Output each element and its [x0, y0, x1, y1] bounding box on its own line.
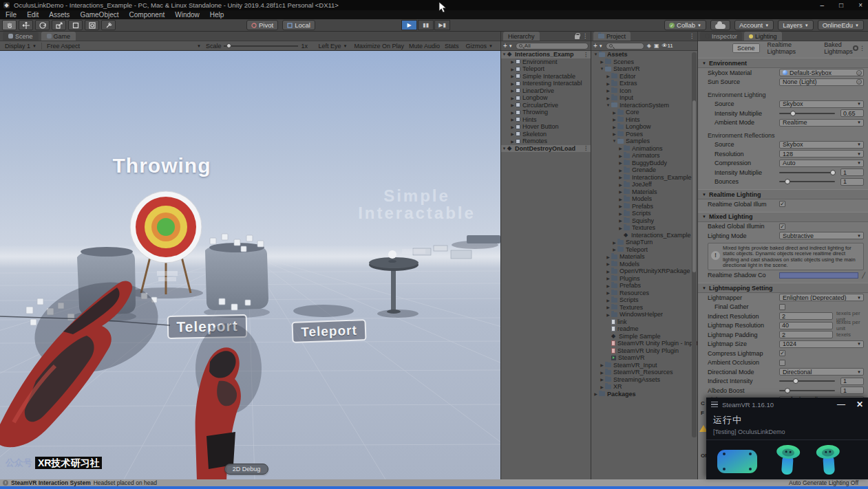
hierarchy-item-hover-button[interactable]: ▶Hover Button: [501, 123, 591, 131]
lighting-row-realtime-shadow-co[interactable]: Realtime Shadow Co╱: [698, 271, 868, 281]
checkbox[interactable]: ✓: [779, 201, 785, 207]
dropdown-field[interactable]: 128▼: [779, 150, 864, 157]
project-item-squishy[interactable]: ▶Squishy: [591, 217, 697, 225]
close-button[interactable]: ×: [858, 1, 862, 9]
project-item-hints[interactable]: ▶Hints: [591, 116, 697, 124]
object-field[interactable]: None (Light)◎: [779, 78, 864, 86]
menu-item-window[interactable]: Window: [175, 11, 200, 19]
lighting-row-resolution[interactable]: Resolution128▼: [698, 149, 868, 159]
cloud-button[interactable]: [710, 20, 730, 30]
lighting-row-lightmap-size[interactable]: Lightmap Size1024▼: [698, 340, 868, 349]
restore-button[interactable]: □: [839, 1, 843, 9]
project-item-plugins[interactable]: ▶Plugins: [591, 275, 697, 283]
foldout-arrow-icon[interactable]: ▼: [702, 286, 706, 290]
dropdown-field[interactable]: Skybox▼: [779, 100, 864, 108]
foldout-arrow-icon[interactable]: ▼: [702, 193, 706, 197]
project-scrollbar[interactable]: [692, 52, 697, 437]
dropdown-field[interactable]: Realtime▼: [779, 119, 864, 127]
rotate-tool-icon[interactable]: [35, 20, 50, 30]
mute-audio-toggle[interactable]: Mute Audio: [409, 43, 440, 50]
eyedropper-icon[interactable]: ╱: [862, 272, 865, 279]
lighting-row-lightmap-padding[interactable]: Lightmap Padding2texels: [698, 330, 868, 340]
lighting-kebab-icon[interactable]: ⋮: [859, 45, 865, 52]
tab-game[interactable]: Game: [41, 32, 76, 41]
project-item-interactions-example[interactable]: ▶Interactions_Example: [591, 174, 697, 182]
step-button[interactable]: ▶▮: [434, 20, 450, 30]
lighting-row-albedo-boost[interactable]: Albedo Boost1: [698, 386, 868, 395]
menu-item-component[interactable]: Component: [129, 11, 165, 19]
project-item-scenes[interactable]: ▶Scenes: [591, 58, 697, 66]
menu-item-help[interactable]: Help: [210, 11, 224, 19]
transform-tool-icon[interactable]: [85, 20, 99, 30]
hierarchy-item-environment[interactable]: ▶Environment: [501, 58, 591, 66]
project-item-snapturn[interactable]: ▶SnapTurn: [591, 239, 697, 246]
lighting-row-baked-global-illumin[interactable]: Baked Global Illumin✓: [698, 222, 868, 232]
project-item-scripts[interactable]: ▶Scripts: [591, 296, 697, 304]
maximize-on-play-toggle[interactable]: Maximize On Play: [354, 43, 404, 50]
pause-button[interactable]: ▮▮: [418, 20, 434, 30]
steamvr-close-button[interactable]: ✕: [856, 400, 863, 409]
menu-item-assets[interactable]: Assets: [49, 11, 70, 19]
kebab-menu-icon[interactable]: ⋮: [582, 33, 588, 39]
number-input[interactable]: 2: [779, 331, 833, 338]
color-swatch[interactable]: [779, 272, 858, 279]
lighting-row-source[interactable]: SourceSkybox▼: [698, 140, 868, 150]
project-item-link[interactable]: link: [591, 318, 697, 326]
hierarchy-item-lineardrive[interactable]: ▶LinearDrive: [501, 87, 591, 95]
gizmos-dropdown[interactable]: Gizmos▼: [464, 43, 495, 50]
project-item-samples[interactable]: ▼Samples: [591, 138, 697, 145]
project-item-input[interactable]: ▶Input: [591, 94, 697, 102]
lighting-row-source[interactable]: SourceSkybox▼: [698, 100, 868, 109]
gear-icon[interactable]: [853, 45, 858, 51]
slider[interactable]: [779, 172, 835, 173]
lighting-row-directional-mode[interactable]: Directional ModeDirectional▼: [698, 367, 868, 377]
project-item-prefabs[interactable]: ▶Prefabs: [591, 282, 697, 290]
tab-project[interactable]: Project: [593, 32, 631, 41]
search-by-type-icon[interactable]: ◈: [647, 43, 651, 49]
project-item-animators[interactable]: ▶Animators: [591, 152, 697, 160]
value-input[interactable]: 0.65: [840, 109, 864, 117]
lighting-row-lightmapping-setting[interactable]: ▼Lightmapping Setting: [698, 283, 868, 293]
checkbox[interactable]: [779, 304, 785, 310]
project-item-xr[interactable]: ▶XR: [591, 383, 697, 391]
checkbox[interactable]: ✓: [779, 224, 785, 230]
object-field[interactable]: Default-Skybox◎: [779, 69, 864, 76]
project-item-longbow[interactable]: ▶Longbow: [591, 123, 697, 131]
value-input[interactable]: 1: [840, 178, 864, 186]
hierarchy-item-throwing[interactable]: ▶Throwing: [501, 109, 591, 116]
dropdown-field[interactable]: Auto▼: [779, 160, 864, 167]
project-item-steamvr[interactable]: SteamVR: [591, 354, 697, 362]
move-tool-icon[interactable]: [19, 20, 33, 30]
project-item-extras[interactable]: ▶Extras: [591, 80, 697, 87]
project-item-steamvr-unity-plugin-input[interactable]: SteamVR Unity Plugin - Input: [591, 340, 697, 347]
project-item-models[interactable]: ▶Models: [591, 261, 697, 268]
project-item-streamingassets[interactable]: ▶StreamingAssets: [591, 376, 697, 384]
search-by-label-icon[interactable]: ▣: [654, 43, 659, 49]
steamvr-minimize-button[interactable]: —: [837, 400, 845, 409]
layers-dropdown[interactable]: Layers▼: [778, 20, 813, 30]
tab-hierarchy[interactable]: Hierarchy: [503, 32, 540, 41]
tab-scene[interactable]: Scene: [3, 32, 39, 41]
dropdown-field[interactable]: Enlighten (Deprecated)▼: [779, 294, 864, 301]
hierarchy-item-remotes[interactable]: ▶Remotes: [501, 138, 591, 145]
local-toggle[interactable]: Local: [282, 20, 315, 30]
hierarchy-item-skeleton[interactable]: ▶Skeleton: [501, 131, 591, 138]
project-item-textures[interactable]: ▶Textures: [591, 304, 697, 312]
account-dropdown[interactable]: Account▼: [734, 20, 774, 30]
lighting-row-skybox-material[interactable]: Skybox MaterialDefault-Skybox◎: [698, 68, 868, 78]
slider[interactable]: [779, 380, 835, 382]
layout-dropdown[interactable]: OnlineEdu▼: [818, 20, 864, 30]
project-item-grenade[interactable]: ▶Grenade: [591, 166, 697, 174]
game-viewport[interactable]: Throwing Simple Interactable Teleport Te…: [0, 51, 500, 479]
project-item-steamvr-resources[interactable]: ▶SteamVR_Resources: [591, 369, 697, 376]
pivot-toggle[interactable]: Pivot: [246, 20, 278, 30]
project-item-openvrunityxrpackage[interactable]: ▶OpenVRUnityXRPackage: [591, 268, 697, 275]
subtab-scene[interactable]: Scene: [732, 43, 760, 53]
status-source[interactable]: SteamVR Interaction System: [11, 479, 91, 486]
rect-tool-icon[interactable]: [68, 20, 83, 30]
lighting-row-environment[interactable]: ▼Environment: [698, 58, 868, 68]
checkbox[interactable]: [779, 360, 785, 366]
lighting-row-sun-source[interactable]: Sun SourceNone (Light)◎: [698, 78, 868, 87]
play-button[interactable]: ▶: [401, 20, 417, 30]
hierarchy-item-circulardrive[interactable]: ▶CircularDrive: [501, 102, 591, 109]
